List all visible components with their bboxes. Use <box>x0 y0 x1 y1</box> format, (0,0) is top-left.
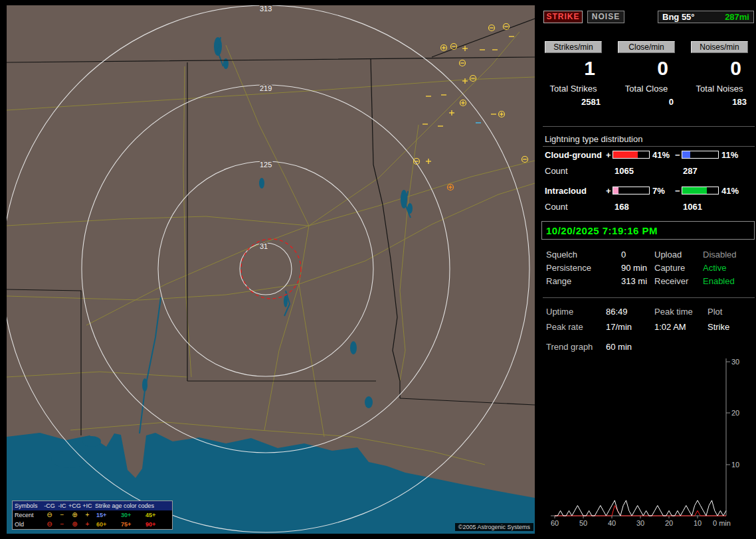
plot-label: Plot <box>708 307 722 317</box>
noise-mode-button[interactable]: NOISE <box>587 11 624 23</box>
cg-positive-bar <box>613 151 650 159</box>
timestamp-box: 10/20/2025 7:19:16 PM <box>541 221 755 240</box>
close-column: Close/min 0 Total Close 0 <box>618 41 675 107</box>
age-90: 90+ <box>143 521 167 528</box>
settings-row-3: Range 313 mi Receiver Enabled <box>541 276 756 287</box>
strike-symbol-cgm <box>460 60 466 66</box>
divider <box>543 146 755 147</box>
trend-graph-value: 60 min <box>606 342 632 352</box>
strikes-series <box>555 501 726 516</box>
trend-graph-label: Trend graph <box>546 342 593 352</box>
settings-row-2: Persistence 90 min Capture Active <box>541 263 756 273</box>
close-per-min-button[interactable]: Close/min <box>618 41 675 53</box>
peak-rate-label: Peak rate <box>546 322 583 332</box>
trend-graph: 30 20 10 60 50 40 30 20 10 0 min <box>541 357 756 531</box>
map-canvas[interactable]: 31321912531 <box>7 5 535 534</box>
state-borders-layer <box>7 19 535 435</box>
ic-positive-pct: 7% <box>652 186 665 196</box>
strike-symbol-cgp <box>460 100 466 106</box>
plus-sign: + <box>606 150 611 160</box>
cg-negative-pct: 11% <box>721 150 738 160</box>
uptime-label: Uptime <box>546 307 573 317</box>
count-label: Count <box>545 166 568 176</box>
minus-sign: − <box>675 186 680 196</box>
total-noises-label: Total Noises <box>691 84 748 94</box>
distribution-title: Lightning type distribution <box>545 134 642 144</box>
range-value: 313 mi <box>621 276 647 286</box>
strike-symbol-cgm <box>504 24 510 30</box>
noises-column: Noises/min 0 Total Noises 183 <box>691 41 748 107</box>
copyright: ©2005 Astrogenic Systems <box>455 523 533 531</box>
ic-negative-bar <box>682 187 719 194</box>
legend-ages-header: Strike age color codes <box>94 502 172 509</box>
ic-negative-bar-fill <box>682 187 707 194</box>
plus-sign: + <box>606 186 611 196</box>
divider <box>543 297 755 298</box>
strike-symbol-cgm <box>522 157 528 163</box>
cg-negative-count: 287 <box>683 166 698 176</box>
strike-map[interactable]: 31321912531 Symbols -CG -IC +CG +IC Stri… <box>7 5 535 534</box>
count-label: Count <box>545 202 568 212</box>
uptime-value: 86:49 <box>606 307 628 317</box>
close-per-min-value: 0 <box>618 57 675 80</box>
peak-rate-value: 17/min <box>606 322 632 332</box>
total-close-label: Total Close <box>618 84 675 94</box>
capture-label: Capture <box>654 263 685 273</box>
ring-label-313: 313 <box>260 5 272 13</box>
peak-time-label: Peak time <box>654 307 693 317</box>
receiver-label: Receiver <box>654 276 688 286</box>
legend-old-row: Old ⊖ − ⊕ + 60+ 75+ 90+ <box>13 520 172 529</box>
map-legend: Symbols -CG -IC +CG +IC Strike age color… <box>12 501 173 530</box>
total-strikes-value: 2581 <box>545 97 602 107</box>
y-tick-10: 10 <box>731 461 739 469</box>
strikes-per-min-value: 1 <box>545 57 602 80</box>
bearing-value: Bng 55° <box>662 12 695 22</box>
stats-row-1: Uptime 86:49 Peak time Plot <box>541 307 756 317</box>
plot-value: Strike <box>708 322 729 332</box>
ic-negative-count: 1061 <box>683 202 702 212</box>
nexstorm-app: 31321912531 Symbols -CG -IC +CG +IC Stri… <box>0 0 756 539</box>
ic-positive-bar <box>613 187 650 194</box>
ring-label-125: 125 <box>260 161 272 169</box>
legend-col-neg-cg: -CG <box>43 502 56 509</box>
x-tick-60: 60 <box>551 519 559 527</box>
legend-col-neg-ic: -IC <box>56 502 68 509</box>
strike-symbol-cgp <box>499 112 505 117</box>
cg-positive-pct: 41% <box>652 150 670 160</box>
cg-negative-bar-fill <box>682 151 690 158</box>
status-sidebar: STRIKE NOISE Bng 55° 287mi Strikes/min 1… <box>541 0 756 539</box>
recent-ic-pos-icon: + <box>81 512 94 518</box>
old-cg-neg-icon: ⊖ <box>43 521 56 528</box>
intracloud-count-row: Count 168 1061 <box>541 202 756 212</box>
noises-per-min-button[interactable]: Noises/min <box>691 41 748 53</box>
strike-symbol-cgm <box>470 76 476 82</box>
strikes-layer <box>414 24 528 191</box>
strike-mode-button[interactable]: STRIKE <box>543 11 583 23</box>
upload-status: Disabled <box>703 250 737 260</box>
recent-ic-neg-icon: − <box>56 512 68 518</box>
noises-per-min-value: 0 <box>691 57 748 80</box>
cloud-ground-label: Cloud-ground <box>545 150 602 160</box>
total-noises-value: 183 <box>691 97 748 107</box>
legend-recent-row: Recent ⊖ − ⊕ + 15+ 30+ 45+ <box>13 510 172 520</box>
x-tick-50: 50 <box>579 519 587 527</box>
cg-negative-bar <box>682 151 719 159</box>
cg-positive-count: 1065 <box>614 166 634 176</box>
legend-header-row: Symbols -CG -IC +CG +IC Strike age color… <box>13 501 172 510</box>
age-75: 75+ <box>118 521 143 528</box>
legend-col-pos-ic: +IC <box>81 502 94 509</box>
intracloud-label: Intracloud <box>545 186 587 196</box>
cloud-ground-row: Cloud-ground + 41% − 11% <box>541 150 756 160</box>
legend-recent-label: Recent <box>13 512 43 518</box>
squelch-label: Squelch <box>546 250 577 260</box>
range-ring-219 <box>82 85 450 453</box>
total-close-value: 0 <box>618 97 675 107</box>
ring-label-31: 31 <box>260 242 268 250</box>
strikes-per-min-button[interactable]: Strikes/min <box>545 41 602 53</box>
strikes-column: Strikes/min 1 Total Strikes 2581 <box>545 41 602 107</box>
strike-symbol-icp <box>449 110 454 116</box>
roads-layer <box>7 32 535 465</box>
legend-symbols-header: Symbols <box>13 502 43 509</box>
x-tick-20: 20 <box>665 519 673 527</box>
persistence-label: Persistence <box>546 263 591 273</box>
